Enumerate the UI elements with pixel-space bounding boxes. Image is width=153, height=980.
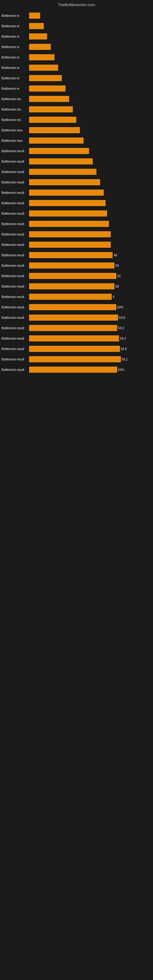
bar-wrapper — [29, 158, 150, 164]
bar-row: Bottleneck re — [2, 22, 150, 30]
bar-wrapper — [29, 221, 150, 227]
bar-label: Bottleneck result — [2, 150, 29, 153]
bar — [29, 106, 73, 112]
bar — [29, 117, 76, 123]
bar — [29, 325, 117, 331]
bar-wrapper — [29, 33, 150, 40]
bar-label: Bottleneck result — [2, 316, 29, 320]
bar-value: 54.5 — [121, 347, 127, 351]
bar-row: Bottleneck result52% — [2, 303, 150, 312]
bar-wrapper — [29, 169, 150, 175]
bar-label: Bottleneck result — [2, 274, 29, 278]
bar-row: Bottleneck result — [2, 178, 150, 186]
bar-row: Bottleneck re — [2, 84, 150, 93]
bar-row: Bottleneck result4 — [2, 293, 150, 301]
bar-wrapper — [29, 117, 150, 123]
bar-row: Bottleneck result — [2, 220, 150, 228]
bar-wrapper: 52% — [29, 304, 150, 310]
bar-wrapper — [29, 148, 150, 154]
bar-row: Bottleneck re — [2, 32, 150, 41]
bar-row: Bottleneck result53.3 — [2, 324, 150, 332]
bar — [29, 169, 96, 175]
bar-row: Bottleneck result48 — [2, 251, 150, 259]
bar-row: Bottleneck re — [2, 53, 150, 62]
bar-label: Bottleneck result — [2, 202, 29, 205]
bar-label: Bottleneck re — [2, 14, 29, 18]
bar-row: Bottleneck re — [2, 64, 150, 72]
bar-value: 54.2 — [120, 337, 126, 340]
bar-row: Bottleneck result52. — [2, 272, 150, 280]
bar-row: Bottleneck result53% — [2, 365, 150, 374]
bar-row: Bottleneck result50 — [2, 282, 150, 291]
bar — [29, 189, 104, 196]
bar-wrapper: 48 — [29, 252, 150, 258]
bar-wrapper — [29, 44, 150, 50]
bar-wrapper — [29, 13, 150, 19]
bar-value: 52% — [117, 305, 123, 309]
bar — [29, 23, 44, 29]
bar-wrapper: 55.1 — [29, 356, 150, 362]
bar-label: Bottleneck result — [2, 264, 29, 267]
bar-label: Bottleneck res — [2, 118, 29, 122]
bar-row: Bottleneck result — [2, 209, 150, 218]
bar-wrapper — [29, 54, 150, 60]
bar — [29, 283, 115, 290]
bar — [29, 44, 51, 50]
bar-row: Bottleneck result54.2 — [2, 334, 150, 343]
bar-row: Bottleneck result54.5 — [2, 345, 150, 353]
bar-wrapper — [29, 200, 150, 206]
bar-value: 53.9 — [119, 316, 125, 320]
site-title: TheBottlenecker.com — [58, 2, 95, 7]
bar-row: Bottleneck re — [2, 11, 150, 20]
bar-wrapper — [29, 23, 150, 29]
bar-wrapper — [29, 96, 150, 102]
bar-label: Bottleneck result — [2, 347, 29, 351]
bar-label: Bottleneck re — [2, 24, 29, 28]
bar-wrapper — [29, 179, 150, 185]
chart-container: Bottleneck reBottleneck reBottleneck reB… — [0, 8, 153, 379]
bar-row: Bottleneck res — [2, 115, 150, 124]
bar-row: Bottleneck result — [2, 167, 150, 176]
bar-wrapper — [29, 210, 150, 216]
bar-row: Bottleneck re — [2, 43, 150, 51]
bar — [29, 294, 112, 300]
bar-label: Bottleneck result — [2, 368, 29, 371]
bar — [29, 346, 120, 352]
bar-row: Bottleneck result53.9 — [2, 313, 150, 322]
bar — [29, 210, 107, 216]
bar — [29, 242, 111, 248]
bar — [29, 335, 119, 342]
bar-row: Bottleneck result50 — [2, 261, 150, 270]
bar-label: Bottleneck result — [2, 212, 29, 215]
bar — [29, 65, 58, 71]
bar-wrapper — [29, 106, 150, 112]
bar-wrapper — [29, 137, 150, 144]
bar-wrapper — [29, 231, 150, 237]
bar — [29, 315, 118, 321]
bar-wrapper — [29, 242, 150, 248]
bar-label: Bottleneck result — [2, 358, 29, 361]
bar-wrapper: 54.5 — [29, 346, 150, 352]
bar-value: 4 — [113, 295, 115, 299]
bar-label: Bottleneck re — [2, 35, 29, 38]
bar — [29, 200, 105, 206]
bar-wrapper — [29, 86, 150, 92]
bar-row: Bottleneck resu — [2, 136, 150, 145]
bar — [29, 75, 62, 81]
bar — [29, 356, 121, 362]
bar-wrapper: 54.2 — [29, 335, 150, 342]
bar-label: Bottleneck re — [2, 76, 29, 80]
bar — [29, 96, 69, 102]
bar-row: Bottleneck result — [2, 188, 150, 197]
bar-label: Bottleneck resu — [2, 139, 29, 142]
bar-wrapper — [29, 75, 150, 81]
bar-row: Bottleneck resu — [2, 126, 150, 134]
bar — [29, 54, 54, 60]
bar-label: Bottleneck re — [2, 56, 29, 59]
bar-row: Bottleneck result — [2, 240, 150, 249]
bar — [29, 158, 93, 164]
bar-value: 50 — [115, 264, 119, 267]
bar-wrapper: 52. — [29, 273, 150, 279]
bar-label: Bottleneck result — [2, 254, 29, 257]
bar-row: Bottleneck result — [2, 157, 150, 166]
